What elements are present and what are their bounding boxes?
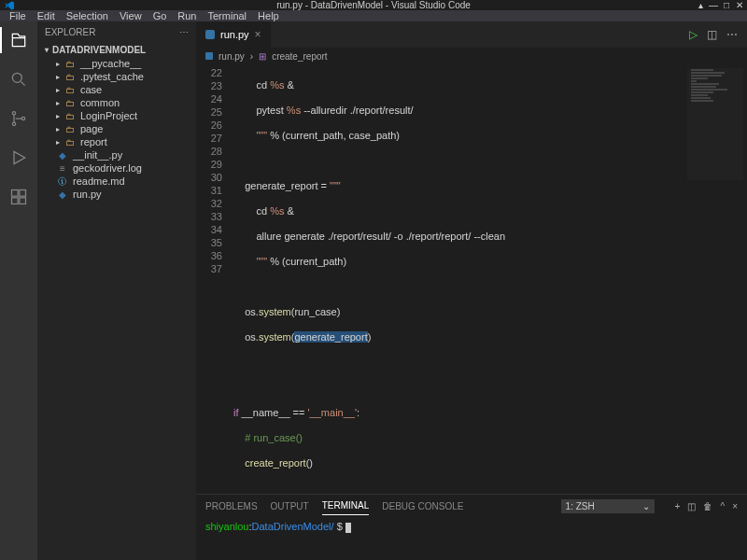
tab-debug-console[interactable]: DEBUG CONSOLE: [382, 497, 463, 515]
tab-label: run.py: [220, 29, 249, 40]
close-panel-icon[interactable]: ×: [732, 501, 738, 511]
chevron-down-icon: ▾: [45, 46, 49, 54]
code-editor[interactable]: 22232425262728293031323334353637 cd %s &…: [196, 64, 747, 494]
main-area: 1 EXPLORER ⋯ ▾ DATADRIVENMODEL ▸🗀__pycac…: [0, 21, 747, 560]
svg-rect-7: [20, 198, 26, 204]
menu-bar: File Edit Selection View Go Run Terminal…: [0, 10, 747, 21]
line-gutter: 22232425262728293031323334353637: [196, 64, 233, 494]
code-content[interactable]: cd %s & pytest %s --alluredir ./report/r…: [233, 64, 505, 494]
breadcrumb[interactable]: run.py › ⊞ create_report: [196, 48, 747, 64]
menu-terminal[interactable]: Terminal: [203, 10, 253, 21]
breadcrumb-symbol: create_report: [272, 51, 327, 62]
tree-item[interactable]: ◆run.py: [49, 188, 196, 201]
tree-item[interactable]: ▸🗀case: [49, 83, 196, 96]
chevron-down-icon: ⌄: [642, 501, 650, 511]
kill-terminal-icon[interactable]: 🗑: [703, 501, 712, 511]
symbol-function-icon: ⊞: [259, 51, 266, 62]
tab-terminal[interactable]: TERMINAL: [322, 497, 370, 515]
close-button[interactable]: ✕: [734, 0, 745, 11]
window-title: run.py - DataDrivenModel - Visual Studio…: [276, 0, 471, 10]
source-control-icon[interactable]: [7, 107, 30, 130]
explorer-title: EXPLORER: [45, 27, 95, 37]
terminal-path: DataDrivenModel/: [252, 521, 334, 532]
svg-rect-5: [20, 190, 26, 197]
menu-file[interactable]: File: [4, 10, 32, 21]
menu-help[interactable]: Help: [252, 10, 285, 21]
svg-rect-6: [12, 198, 19, 204]
window-titlebar: run.py - DataDrivenModel - Visual Studio…: [0, 0, 747, 10]
shell-label: 1: zsh: [566, 501, 595, 511]
maximize-button[interactable]: □: [721, 0, 732, 11]
tree-item[interactable]: ▸🗀common: [49, 96, 196, 109]
menu-go[interactable]: Go: [148, 10, 173, 21]
panel-tabs: PROBLEMS OUTPUT TERMINAL DEBUG CONSOLE 1…: [196, 495, 747, 517]
vscode-logo-icon: [4, 0, 15, 11]
run-debug-icon[interactable]: [7, 147, 30, 169]
editor-split: 22232425262728293031323334353637 cd %s &…: [196, 64, 747, 560]
project-section[interactable]: ▾ DATADRIVENMODEL: [37, 43, 196, 57]
tab-actions: ▷ ◫ ⋯: [689, 28, 747, 41]
menu-run[interactable]: Run: [172, 10, 202, 21]
minimize-button[interactable]: —: [708, 0, 719, 11]
menu-view[interactable]: View: [114, 10, 148, 21]
tab-close-icon[interactable]: ×: [255, 28, 261, 41]
explorer-more-icon[interactable]: ⋯: [179, 27, 189, 37]
breadcrumb-file: run.py: [218, 51, 245, 62]
explorer-icon[interactable]: [7, 29, 30, 51]
tab-problems[interactable]: PROBLEMS: [205, 497, 258, 515]
tree-item[interactable]: ▸🗀.pytest_cache: [49, 70, 196, 83]
tree-item[interactable]: ≡geckodriver.log: [49, 161, 196, 175]
terminal-view[interactable]: shiyanlou:DataDrivenModel/ $: [196, 517, 747, 560]
menu-edit[interactable]: Edit: [32, 10, 61, 21]
svg-point-1: [12, 112, 15, 115]
editor-tabs: run.py × ▷ ◫ ⋯: [196, 21, 747, 48]
split-editor-icon[interactable]: ◫: [707, 28, 717, 41]
python-file-icon: [205, 52, 213, 60]
tab-output[interactable]: OUTPUT: [271, 497, 309, 515]
svg-point-2: [12, 122, 15, 125]
extensions-icon[interactable]: [7, 186, 30, 208]
explorer-sidebar: EXPLORER ⋯ ▾ DATADRIVENMODEL ▸🗀__pycache…: [37, 21, 196, 560]
tab-run-py[interactable]: run.py ×: [196, 21, 272, 48]
search-icon[interactable]: [7, 68, 30, 91]
panel-icons: + ◫ 🗑 ^ ×: [675, 501, 738, 511]
bottom-panel: PROBLEMS OUTPUT TERMINAL DEBUG CONSOLE 1…: [196, 494, 747, 560]
minimap[interactable]: [687, 68, 743, 180]
tree-item[interactable]: ◆__init__.py: [49, 148, 196, 161]
terminal-shell-select[interactable]: 1: zsh ⌄: [561, 499, 655, 513]
svg-rect-4: [12, 190, 19, 197]
terminal-cursor: [345, 523, 351, 533]
menu-selection[interactable]: Selection: [61, 10, 114, 21]
svg-point-3: [21, 117, 24, 119]
run-file-icon[interactable]: ▷: [689, 28, 698, 41]
chevron-right-icon: ›: [250, 51, 253, 62]
split-terminal-icon[interactable]: ◫: [687, 501, 696, 511]
python-file-icon: [205, 30, 215, 39]
terminal-prompt: $: [334, 521, 345, 532]
editor-area: run.py × ▷ ◫ ⋯ run.py › ⊞ create_report …: [196, 21, 747, 560]
tree-item[interactable]: 🛈readme.md: [49, 175, 196, 188]
maximize-panel-icon[interactable]: ^: [720, 501, 725, 511]
tree-item[interactable]: ▸🗀__pycache__: [49, 57, 196, 70]
project-name: DATADRIVENMODEL: [52, 45, 146, 55]
window-controls: ▴ — □ ✕: [695, 0, 745, 11]
tree-item[interactable]: ▸🗀LoginProject: [49, 109, 196, 122]
activity-bar: 1: [0, 21, 37, 560]
tree-item[interactable]: ▸🗀page: [49, 122, 196, 135]
svg-point-0: [12, 73, 21, 82]
file-tree: ▸🗀__pycache__▸🗀.pytest_cache▸🗀case▸🗀comm…: [37, 57, 196, 201]
explorer-header: EXPLORER ⋯: [37, 21, 196, 43]
terminal-user: shiyanlou: [205, 521, 248, 532]
new-terminal-icon[interactable]: +: [675, 501, 681, 511]
more-actions-icon[interactable]: ⋯: [726, 28, 738, 41]
tree-item[interactable]: ▸🗀report: [49, 135, 196, 148]
shade-button[interactable]: ▴: [695, 0, 706, 11]
